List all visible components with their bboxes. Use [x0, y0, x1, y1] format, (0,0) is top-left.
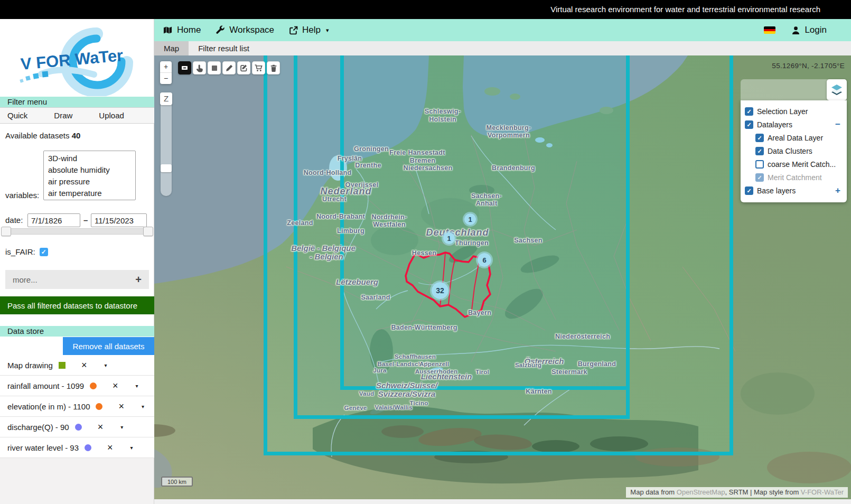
nav-workspace[interactable]: Workspace — [216, 25, 274, 35]
layer-row: coarse Merit Catch... — [745, 157, 841, 171]
nav-help[interactable]: Help ▾ — [289, 25, 329, 35]
map-canvas[interactable]: Schleswig-HolsteinMecklenburg-Vorpommern… — [154, 55, 851, 499]
layer-checkbox[interactable] — [755, 160, 764, 169]
tab-map[interactable]: Map — [154, 41, 189, 55]
plus-icon[interactable]: + — [835, 186, 840, 195]
variables-option[interactable]: absolute humidity — [44, 164, 135, 176]
variables-listbox[interactable]: 3D-windabsolute humidityair pressureair … — [43, 151, 136, 200]
place-label: Kärnten — [526, 388, 551, 395]
layer-checkbox[interactable]: ✓ — [755, 147, 764, 155]
expand-dataset-button[interactable]: ▾ — [142, 404, 144, 409]
rect-select-button[interactable] — [178, 61, 191, 74]
expand-dataset-button[interactable]: ▾ — [136, 383, 138, 389]
slider-track[interactable] — [1, 228, 153, 235]
nav-help-label: Help — [302, 25, 321, 35]
remove-dataset-button[interactable]: × — [98, 422, 104, 432]
date-range-slider[interactable] — [1, 227, 153, 236]
remove-dataset-button[interactable]: × — [113, 381, 118, 390]
tab-filter-result-list[interactable]: Filter result list — [189, 41, 259, 55]
zoom-box-button[interactable]: Z — [160, 92, 172, 105]
pass-datasets-button[interactable]: Pass all filtered datasets to datastore — [0, 296, 154, 314]
place-label: Groningen — [354, 145, 389, 153]
remove-dataset-button[interactable]: × — [118, 402, 124, 411]
expand-dataset-button[interactable]: ▾ — [130, 445, 133, 451]
date-to-input[interactable] — [91, 213, 147, 227]
is-fair-label: is_FAIR: — [5, 247, 35, 256]
german-flag-icon[interactable] — [764, 26, 775, 34]
hand-pointer-button[interactable] — [193, 61, 206, 74]
place-label: Brandenburg — [492, 164, 535, 172]
zoom-in-button[interactable]: + — [160, 61, 172, 73]
remove-all-datasets-button[interactable]: Remove all datasets — [63, 337, 154, 355]
variables-option[interactable]: air pressure — [44, 176, 135, 188]
place-label: Limburg — [337, 227, 364, 235]
layer-row: ✓Base layers+ — [745, 184, 841, 197]
rectangle-button[interactable] — [208, 61, 221, 74]
layer-checkbox[interactable]: ✓ — [745, 120, 753, 129]
plus-icon[interactable]: + — [135, 274, 142, 286]
remove-dataset-button[interactable]: × — [107, 443, 113, 452]
available-datasets-count: 40 — [72, 131, 81, 140]
subtab-upload[interactable]: Upload — [91, 111, 132, 120]
layer-row: ✓Merit Catchment — [745, 171, 841, 184]
nav-home[interactable]: Home — [163, 25, 201, 35]
zoom-slider-handle[interactable] — [161, 164, 172, 172]
subtab-draw[interactable]: Draw — [46, 111, 80, 120]
cluster-marker[interactable]: 1 — [463, 212, 478, 227]
subtab-quick[interactable]: Quick — [0, 111, 35, 120]
minus-icon[interactable]: − — [835, 120, 840, 129]
layers-icon — [830, 83, 844, 97]
main-navbar: Home Workspace Help ▾ — [154, 19, 851, 41]
vforwater-link[interactable]: V-FOR-WaTer — [801, 488, 844, 496]
slider-handle-right[interactable] — [143, 227, 153, 236]
expand-dataset-button[interactable]: ▾ — [104, 362, 107, 368]
pencil-icon — [225, 64, 233, 72]
place-label: Sachsen — [514, 237, 543, 244]
dataset-label: elevation(e in m) - 1100 — [7, 402, 90, 411]
layer-label: Selection Layer — [757, 107, 808, 116]
cluster-marker[interactable]: 6 — [476, 251, 493, 268]
trash-button[interactable] — [267, 61, 280, 74]
cluster-marker[interactable]: 32 — [430, 281, 450, 301]
place-label: Liechtenstein — [421, 372, 472, 381]
place-label: Saarland — [361, 294, 390, 301]
variables-option[interactable]: 3D-wind — [44, 153, 135, 164]
layers-button[interactable] — [827, 79, 847, 100]
wrench-icon — [216, 25, 225, 35]
layer-label: coarse Merit Catch... — [768, 160, 836, 169]
place-label: Svizzera/Svizra — [378, 389, 435, 398]
available-datasets-label: Available datasets — [5, 131, 69, 140]
map-toolbar — [178, 61, 280, 74]
chevron-down-icon: ▾ — [326, 27, 329, 34]
is-fair-checkbox[interactable]: ✓ — [40, 248, 48, 256]
place-label: Drenthe — [355, 162, 381, 169]
zoom-out-button[interactable]: − — [160, 73, 172, 84]
login-button[interactable]: Login — [791, 25, 827, 35]
layer-checkbox[interactable]: ✓ — [755, 173, 764, 182]
edit-rectangle-button[interactable] — [237, 61, 250, 74]
layer-checkbox[interactable]: ✓ — [745, 107, 753, 116]
app-logo: V FOR WaTer — [10, 23, 142, 96]
dataset-color-swatch — [75, 424, 82, 431]
dataset-color-swatch — [85, 444, 91, 451]
place-label: Thüringen — [455, 239, 489, 247]
cart-button[interactable] — [252, 61, 265, 74]
place-label: Valais/Wallis — [375, 404, 412, 410]
place-label: Noord-Brabant — [316, 213, 365, 220]
date-from-input[interactable] — [27, 213, 80, 227]
dataset-color-swatch — [90, 382, 97, 389]
expand-dataset-button[interactable]: ▾ — [120, 424, 123, 430]
variables-option[interactable]: air temperature — [44, 188, 135, 199]
slider-handle-left[interactable] — [1, 227, 11, 236]
more-filters-bar[interactable]: more... + — [5, 270, 149, 289]
layers-panel: ✓Selection Layer✓Datalayers−✓Areal Data … — [741, 100, 847, 202]
layer-checkbox[interactable]: ✓ — [755, 134, 764, 142]
pencil-button[interactable] — [222, 61, 236, 74]
place-label: - Belgien — [310, 252, 343, 261]
osm-link[interactable]: OpenStreetMap — [677, 488, 725, 496]
datastore-row: rainfall amount - 1099×▾ — [0, 376, 154, 396]
zoom-slider[interactable]: Z — [161, 92, 172, 196]
remove-dataset-button[interactable]: × — [81, 360, 87, 370]
layer-checkbox[interactable]: ✓ — [745, 186, 753, 195]
cluster-marker[interactable]: 1 — [442, 231, 456, 246]
